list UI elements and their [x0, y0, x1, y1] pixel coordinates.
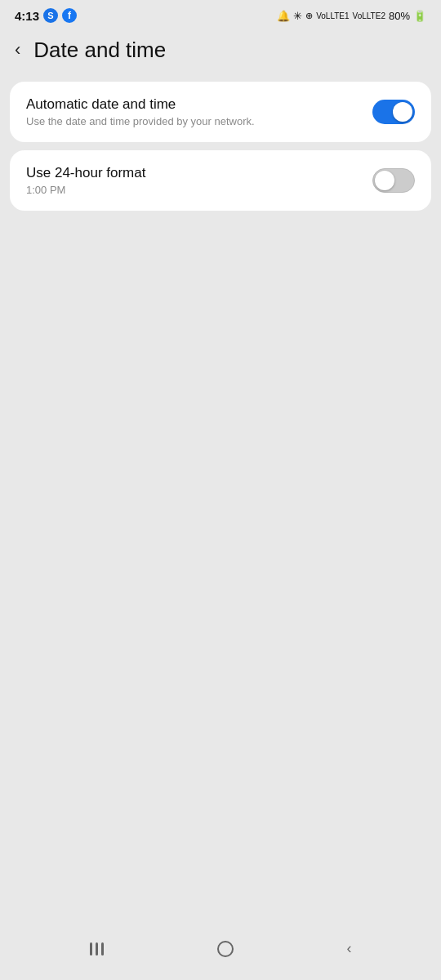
- s-icon: S: [43, 8, 58, 23]
- home-button[interactable]: [204, 938, 247, 960]
- status-bar: 4:13 S f 🔔 ✳ ⊕ VoLLTE1 VoLLTE2 80% 🔋: [0, 0, 441, 28]
- status-time: 4:13: [15, 9, 39, 23]
- back-nav-icon: ‹: [347, 940, 352, 957]
- auto-date-time-label: Automatic date and time: [26, 96, 359, 113]
- bluetooth-icon: ✳: [293, 10, 302, 22]
- lte1-label: VoLLTE1: [316, 11, 349, 20]
- auto-date-time-desc: Use the date and time provided by your n…: [26, 115, 359, 127]
- fb-icon: f: [62, 8, 77, 23]
- battery-percent: 80%: [389, 10, 410, 22]
- bottom-nav: ‹: [0, 924, 441, 980]
- auto-date-time-card[interactable]: Automatic date and time Use the date and…: [10, 82, 431, 142]
- status-left: 4:13 S f: [15, 8, 77, 23]
- 24-hour-format-desc: 1:00 PM: [26, 184, 359, 196]
- recents-button[interactable]: [77, 939, 117, 959]
- 24-hour-format-label: Use 24-hour format: [26, 165, 359, 181]
- status-right: 🔔 ✳ ⊕ VoLLTE1 VoLLTE2 80% 🔋: [277, 10, 426, 22]
- home-icon: [217, 941, 234, 957]
- settings-container: Automatic date and time Use the date and…: [0, 75, 441, 924]
- auto-date-time-toggle[interactable]: [372, 100, 415, 124]
- 24-hour-format-text: Use 24-hour format 1:00 PM: [26, 165, 372, 196]
- lte2-label: VoLLTE2: [353, 11, 385, 20]
- wifi-icon: ⊕: [305, 11, 313, 21]
- recents-icon: [90, 942, 104, 956]
- back-button[interactable]: ‹: [8, 36, 27, 64]
- auto-date-time-text: Automatic date and time Use the date and…: [26, 96, 372, 127]
- toggle-thumb-off: [375, 171, 394, 190]
- toggle-thumb-on: [393, 102, 412, 122]
- page-header: ‹ Date and time: [0, 28, 441, 75]
- page-title: Date and time: [33, 38, 166, 63]
- alarm-icon: 🔔: [277, 10, 290, 22]
- 24-hour-format-toggle[interactable]: [372, 168, 415, 193]
- 24-hour-format-card[interactable]: Use 24-hour format 1:00 PM: [10, 150, 431, 211]
- back-button-nav[interactable]: ‹: [334, 937, 365, 960]
- battery-icon: 🔋: [413, 10, 426, 22]
